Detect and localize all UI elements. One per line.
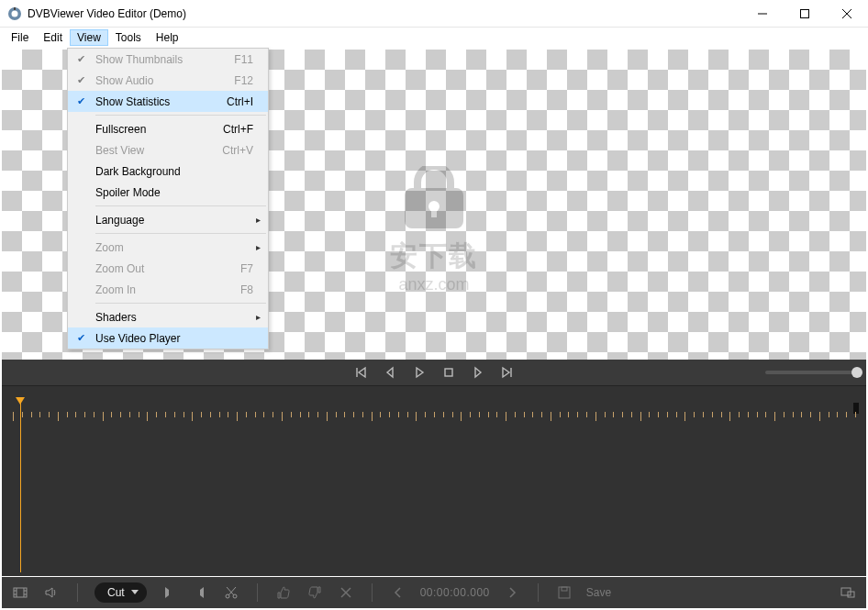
titlebar: DVBViewer Video Editor (Demo) [0, 0, 868, 28]
watermark-text-zh: 安下载 [390, 238, 478, 275]
menu-item-label: Zoom In [94, 283, 240, 296]
menu-file[interactable]: File [4, 29, 36, 46]
timeline[interactable] [2, 385, 866, 576]
menu-item-zoom: Zoom▸ [68, 237, 268, 258]
menu-item-show-statistics[interactable]: ✔Show StatisticsCtrl+I [68, 91, 268, 112]
svg-rect-9 [431, 208, 437, 217]
cut-mode-dropdown[interactable]: Cut [95, 582, 147, 603]
app-icon [7, 6, 22, 21]
svg-rect-24 [559, 587, 570, 598]
menu-item-best-view: Best ViewCtrl+V [68, 139, 268, 161]
stop-button[interactable] [442, 366, 455, 379]
menu-item-language[interactable]: Language▸ [68, 209, 268, 230]
menu-item-label: Use Video Player [94, 332, 268, 345]
check-column: ✔ [68, 95, 94, 107]
svg-rect-10 [445, 369, 452, 376]
menu-edit[interactable]: Edit [36, 29, 70, 46]
menu-shortcut: Ctrl+F [223, 123, 268, 136]
svg-rect-11 [14, 588, 27, 597]
submenu-arrow-icon: ▸ [256, 242, 261, 252]
menu-item-spoiler-mode[interactable]: Spoiler Mode [68, 182, 268, 203]
close-button[interactable] [826, 0, 868, 28]
lock-icon [395, 166, 473, 230]
step-forward-button[interactable] [472, 366, 484, 379]
separator [257, 583, 258, 602]
timecode: 00:00:00.000 [420, 586, 490, 599]
checkmark-icon: ✔ [77, 332, 85, 344]
delete-icon[interactable] [337, 583, 355, 602]
skip-back-button[interactable] [354, 366, 367, 379]
menu-shortcut: F8 [240, 283, 268, 296]
next-marker-icon[interactable] [503, 583, 521, 602]
mark-in-icon[interactable] [160, 583, 178, 602]
menu-item-zoom-out: Zoom OutF7 [68, 258, 268, 279]
checkmark-icon: ✔ [77, 53, 85, 65]
separator [538, 583, 539, 602]
volume-slider[interactable] [765, 371, 857, 374]
watermark: 安下载 anxz.com [390, 166, 478, 294]
menu-shortcut: F11 [234, 53, 268, 66]
menu-item-label: Language [94, 214, 268, 227]
menu-item-label: Best View [94, 144, 222, 157]
submenu-arrow-icon: ▸ [256, 215, 261, 225]
check-column: ✔ [68, 53, 94, 65]
mark-out-icon[interactable] [191, 583, 209, 602]
cut-label: Cut [107, 586, 125, 599]
step-back-button[interactable] [384, 366, 396, 379]
window-title: DVBViewer Video Editor (Demo) [28, 7, 186, 20]
check-column: ✔ [68, 332, 94, 344]
maximize-button[interactable] [784, 0, 826, 28]
menu-item-label: Show Thumbnails [94, 53, 234, 66]
menu-item-label: Fullscreen [94, 123, 223, 136]
save-icon[interactable] [555, 583, 573, 602]
watermark-text-en: anxz.com [390, 275, 478, 294]
menu-item-show-thumbnails: ✔Show ThumbnailsF11 [68, 49, 268, 70]
menu-shortcut: Ctrl+V [222, 144, 268, 157]
menu-item-label: Spoiler Mode [94, 186, 268, 199]
menu-item-label: Zoom Out [94, 262, 240, 275]
separator [372, 583, 373, 602]
menu-help[interactable]: Help [149, 29, 186, 46]
minimize-button[interactable] [741, 0, 784, 28]
cut-icon[interactable] [222, 583, 240, 602]
menu-item-zoom-in: Zoom InF8 [68, 279, 268, 300]
menu-separator [95, 205, 266, 206]
menu-shortcut: Ctrl+I [227, 95, 268, 108]
svg-rect-2 [14, 7, 16, 10]
thumbs-up-icon[interactable] [274, 583, 293, 602]
save-label: Save [586, 586, 611, 599]
timeline-ruler [13, 412, 855, 427]
playback-bar [2, 360, 866, 385]
menu-item-dark-background[interactable]: Dark Background [68, 161, 268, 182]
thumbs-down-icon[interactable] [306, 583, 324, 602]
prev-marker-icon[interactable] [389, 583, 407, 602]
slider-knob[interactable] [851, 367, 862, 378]
film-icon[interactable] [11, 583, 29, 602]
menu-item-label: Zoom [94, 241, 268, 254]
skip-forward-button[interactable] [501, 366, 514, 379]
menu-shortcut: F7 [240, 262, 268, 275]
checkmark-icon: ✔ [77, 74, 85, 86]
menu-shortcut: F12 [234, 74, 268, 87]
svg-rect-25 [562, 587, 567, 591]
menu-item-shaders[interactable]: Shaders▸ [68, 306, 268, 327]
view-dropdown: ✔Show ThumbnailsF11✔Show AudioF12✔Show S… [67, 48, 269, 349]
menu-item-label: Show Statistics [94, 95, 227, 108]
playhead[interactable] [20, 403, 21, 572]
menu-item-fullscreen[interactable]: FullscreenCtrl+F [68, 118, 268, 139]
layout-icon[interactable] [839, 583, 857, 602]
play-button[interactable] [413, 366, 426, 379]
menu-separator [95, 303, 266, 304]
menu-view[interactable]: View [70, 29, 108, 46]
audio-icon[interactable] [42, 583, 61, 602]
menu-item-show-audio: ✔Show AudioF12 [68, 70, 268, 91]
separator [77, 583, 78, 602]
menu-item-label: Show Audio [94, 74, 234, 87]
submenu-arrow-icon: ▸ [256, 312, 261, 322]
menu-item-use-video-player[interactable]: ✔Use Video Player [68, 327, 268, 349]
menu-tools[interactable]: Tools [108, 29, 149, 46]
menu-separator [95, 233, 266, 234]
svg-point-1 [12, 10, 18, 17]
menubar: File Edit View Tools Help [0, 28, 868, 48]
bottom-toolbar: Cut 00:00:00.000 Save [2, 577, 866, 608]
